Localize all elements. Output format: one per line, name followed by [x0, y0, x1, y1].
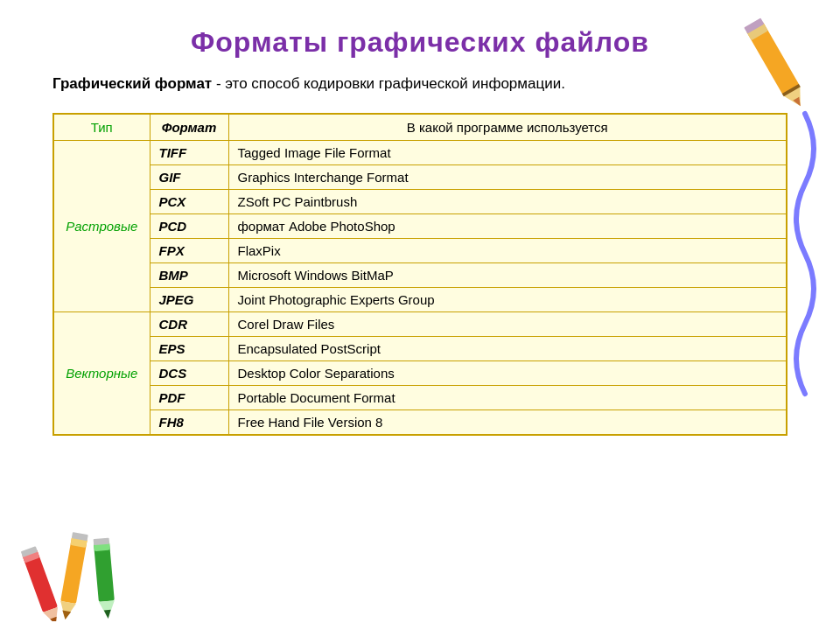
- formats-table: Тип Формат В какой программе используетс…: [52, 113, 788, 436]
- table-row: FH8Free Hand File Version 8: [53, 410, 787, 435]
- page-title: Форматы графических файлов: [52, 26, 788, 59]
- table-row: DCSDesktop Color Separations: [53, 360, 787, 385]
- table-row: FPXFlaxPix: [53, 238, 787, 262]
- svg-marker-13: [58, 601, 76, 621]
- table-row: GIFGraphics Interchange Format: [53, 164, 787, 189]
- subtitle: Графический формат - это способ кодировк…: [52, 73, 788, 95]
- header-type: Тип: [53, 114, 150, 141]
- main-page: Форматы графических файлов Графический ф…: [0, 0, 840, 630]
- table-row: BMPMicrosoft Windows BitMaP: [53, 262, 787, 287]
- table-row: PDFPortable Document Format: [53, 385, 787, 410]
- table-row: PCDформат Adobe PhotoShop: [53, 214, 787, 238]
- table-row: ВекторныеCDRCorel Draw Files: [53, 312, 787, 336]
- pencils-bottom-left-icon: [18, 525, 131, 621]
- wave-decoration-icon: [783, 105, 827, 411]
- table-row: EPSEncapsulated PostScript: [53, 336, 787, 360]
- table-row: JPEGJoint Photographic Experts Group: [53, 287, 787, 312]
- header-format: Формат: [150, 114, 228, 141]
- subtitle-bold: Графический формат: [52, 75, 212, 92]
- table-row: PCXZSoft PC Paintbrush: [53, 189, 787, 214]
- svg-marker-14: [61, 610, 72, 620]
- header-desc: В какой программе используется: [228, 114, 787, 141]
- table-header-row: Тип Формат В какой программе используетс…: [53, 114, 787, 141]
- subtitle-rest: - это способ кодировки графической инфор…: [212, 75, 565, 92]
- table-row: РастровыеTIFFTagged Image File Format: [53, 140, 787, 164]
